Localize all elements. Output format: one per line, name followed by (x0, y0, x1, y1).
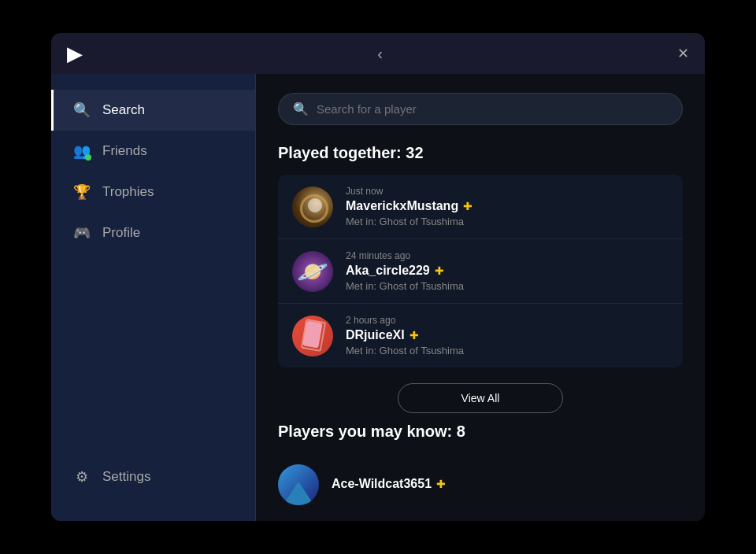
player-info: 24 minutes ago Aka_circle229 ✚ Met in: G… (346, 250, 669, 292)
players-you-may-know-title: Players you may know: 8 (278, 423, 683, 441)
sidebar-item-search-label: Search (102, 102, 145, 118)
sidebar-item-profile-label: Profile (102, 225, 140, 241)
player-name-row: DRjuiceXI ✚ (346, 328, 669, 342)
ps-plus-icon: ✚ (436, 478, 446, 490)
back-button[interactable]: ‹ (377, 45, 383, 63)
table-row[interactable]: Just now MaverickxMustang ✚ Met in: Ghos… (278, 175, 683, 239)
sidebar-item-search[interactable]: 🔍 Search (51, 90, 255, 131)
ps-plus-icon: ✚ (435, 264, 444, 277)
friends-online-dot (85, 154, 91, 161)
avatar (292, 251, 333, 292)
close-button[interactable]: ✕ (677, 45, 689, 62)
window-header: ▶ ‹ ✕ (51, 33, 705, 74)
played-together-list: Just now MaverickxMustang ✚ Met in: Ghos… (278, 175, 683, 367)
players-you-may-know-section: Players you may know: 8 Ace-Wildcat3651 … (278, 423, 683, 516)
player-time: 24 minutes ago (346, 250, 669, 261)
search-icon: 🔍 (72, 101, 91, 120)
avatar (292, 187, 333, 227)
playstation-logo: ▶ (67, 42, 83, 66)
search-input[interactable] (317, 102, 668, 116)
player-name-row: MaverickxMustang ✚ (346, 199, 669, 213)
sidebar-item-settings[interactable]: ⚙ Settings (51, 456, 255, 497)
sidebar: 🔍 Search 👥 Friends 🏆 Trophies (51, 74, 256, 521)
player-info: Ace-Wildcat3651 ✚ (332, 477, 683, 493)
played-together-title: Played together: 32 (278, 144, 683, 162)
player-info: Just now MaverickxMustang ✚ Met in: Ghos… (346, 186, 669, 227)
sidebar-item-friends-label: Friends (102, 143, 147, 159)
trophies-icon: 🏆 (72, 183, 91, 201)
player-game: Met in: Ghost of Tsushima (346, 345, 669, 356)
avatar (278, 464, 319, 505)
player-name: Ace-Wildcat3651 (332, 477, 432, 491)
ps-plus-icon: ✚ (463, 200, 472, 212)
sidebar-item-profile[interactable]: 🎮 Profile (51, 212, 255, 253)
player-name-row: Ace-Wildcat3651 ✚ (332, 477, 683, 491)
sidebar-item-trophies-label: Trophies (102, 184, 154, 200)
player-time: Just now (346, 186, 669, 197)
sidebar-nav: 🔍 Search 👥 Friends 🏆 Trophies (51, 90, 255, 449)
friends-icon: 👥 (72, 142, 91, 161)
player-game: Met in: Ghost of Tsushima (346, 216, 669, 227)
avatar (292, 316, 333, 356)
player-time: 2 hours ago (346, 315, 669, 326)
table-row[interactable]: Ace-Wildcat3651 ✚ (278, 453, 683, 516)
player-game: Met in: Ghost of Tsushima (346, 280, 669, 292)
profile-icon: 🎮 (72, 223, 91, 242)
player-name: MaverickxMustang (346, 199, 458, 213)
search-bar[interactable]: 🔍 (278, 93, 683, 125)
sidebar-item-settings-label: Settings (102, 469, 150, 485)
search-bar-container: 🔍 (278, 93, 683, 125)
search-bar-icon: 🔍 (293, 102, 309, 116)
player-name: DRjuiceXI (346, 328, 405, 342)
settings-icon: ⚙ (72, 467, 91, 486)
main-content: 🔍 Played together: 32 Just now Maverickx… (256, 74, 705, 521)
player-name-row: Aka_circle229 ✚ (346, 264, 669, 278)
player-name: Aka_circle229 (346, 264, 430, 278)
sidebar-item-trophies[interactable]: 🏆 Trophies (51, 172, 255, 212)
ps-plus-icon: ✚ (410, 329, 419, 342)
played-together-section: Played together: 32 Just now MaverickxMu… (278, 144, 683, 413)
sidebar-bottom: ⚙ Settings (51, 449, 255, 505)
sidebar-item-friends[interactable]: 👥 Friends (51, 131, 255, 172)
view-all-button[interactable]: View All (398, 383, 564, 413)
table-row[interactable]: 24 minutes ago Aka_circle229 ✚ Met in: G… (278, 239, 683, 304)
view-all-container: View All (278, 383, 683, 413)
player-info: 2 hours ago DRjuiceXI ✚ Met in: Ghost of… (346, 315, 669, 356)
table-row[interactable]: 2 hours ago DRjuiceXI ✚ Met in: Ghost of… (278, 304, 683, 367)
